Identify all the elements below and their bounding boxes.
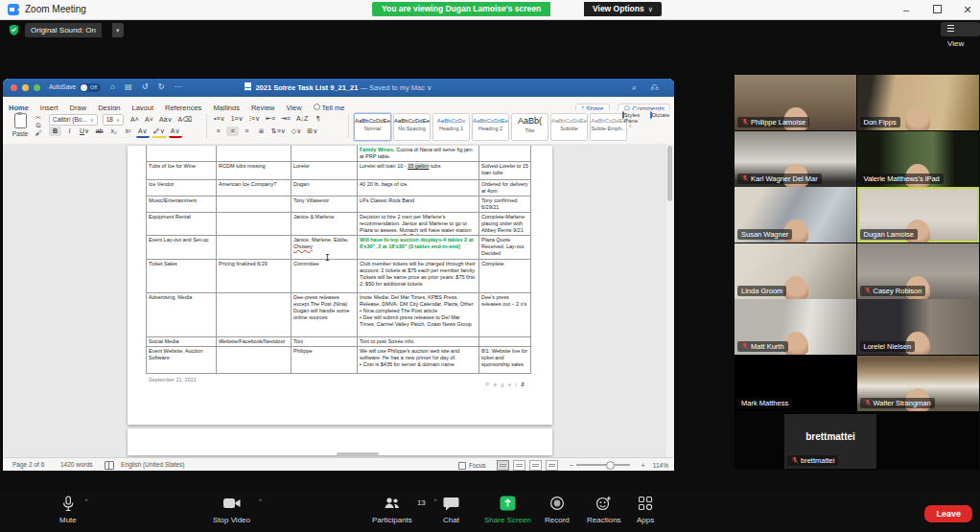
table-cell[interactable]: Complete-Marlene placing order with Abbe… — [479, 213, 531, 236]
bold-button[interactable]: B — [49, 127, 61, 136]
table-cell[interactable]: Solved-Lorelei to 15 loan tubs — [479, 162, 531, 180]
table-cell[interactable]: Family Wines, Cucina di Nana will serve … — [358, 146, 479, 162]
print-layout-view-button[interactable] — [497, 460, 509, 471]
participant-tile-brettmattei[interactable]: brettmatteibrettmattei — [784, 414, 876, 469]
chat-button[interactable]: Chat — [443, 496, 459, 524]
close-button[interactable]: ✕ — [955, 2, 980, 17]
zoom-out-button[interactable]: − — [570, 461, 574, 470]
styles-pane-button[interactable]: Styles Pane — [617, 112, 645, 141]
document-page-3[interactable] — [128, 428, 552, 455]
style-heading-1[interactable]: AaBbCcDcHeading 1 — [432, 113, 470, 141]
table-cell[interactable]: Club member tickets will be charged thro… — [358, 260, 479, 293]
reactions-button[interactable]: Reactions — [587, 496, 621, 524]
participant-tile-mark-matthess[interactable]: Mark Matthess — [735, 356, 856, 411]
font-color-button[interactable]: A∨ — [169, 127, 182, 138]
font-select[interactable]: Calibri (Bo...∨ — [49, 114, 98, 126]
original-sound-dropdown[interactable]: ▾ — [112, 23, 124, 37]
grow-font-button[interactable]: A˄ — [128, 115, 141, 125]
participant-tile-don-fipps[interactable]: Don Fipps — [857, 75, 979, 130]
text-effects-button[interactable]: A∨ — [136, 127, 150, 138]
underline-button[interactable]: U∨ — [78, 127, 91, 136]
table-cell[interactable]: Complete — [479, 260, 531, 293]
table-cell[interactable] — [479, 337, 531, 347]
table-cell[interactable]: Advertising, Media — [146, 293, 217, 337]
strikethrough-button[interactable]: ab — [93, 127, 105, 136]
table-cell[interactable]: Ticket Sales — [146, 260, 217, 293]
word-count[interactable]: 1420 words — [60, 461, 93, 468]
table-cell[interactable]: Lorelei will loan 10 - 15 gallon tubs — [358, 162, 479, 180]
align-left-button[interactable]: ≡ — [212, 127, 224, 136]
table-cell[interactable]: Ice Vendor — [146, 180, 217, 197]
table-cell[interactable] — [217, 213, 292, 236]
line-spacing-button[interactable]: ⇅≡∨ — [269, 127, 288, 136]
table-cell[interactable] — [217, 347, 292, 374]
style-title[interactable]: AaBb(Title — [511, 113, 548, 141]
gallery-view-button[interactable]: View — [941, 22, 980, 36]
participant-tile-linda-groom[interactable]: Linda Groom — [735, 243, 856, 299]
table-cell[interactable]: Dee-press releases except The Post (Nina… — [292, 293, 358, 337]
shrink-font-button[interactable]: A˅ — [143, 115, 155, 125]
participant-tile-susan-wagner[interactable]: Susan Wagner — [735, 187, 856, 243]
table-cell[interactable]: Plaza Quote Received. Lay-out Decided — [479, 236, 531, 260]
outline-view-button[interactable] — [529, 460, 542, 471]
table-cell[interactable] — [217, 146, 292, 162]
participant-tile-walter-strangman[interactable]: Walter Strangman — [857, 356, 979, 411]
language-indicator[interactable]: English (United States) — [121, 461, 184, 468]
italic-button[interactable]: I — [63, 127, 76, 136]
table-cell[interactable]: RCDM tubs missing — [217, 162, 292, 180]
table-cell[interactable]: 8/1: Website live for ticket and sponsor… — [479, 347, 531, 374]
table-cell[interactable] — [217, 293, 292, 337]
page-indicator[interactable]: Page 2 of 6 — [12, 461, 44, 468]
table-cell[interactable]: Toni — [292, 337, 358, 347]
table-cell[interactable]: Website/Facebook/Nextdoor — [217, 337, 292, 347]
table-cell[interactable]: Invite Media: Del Mar Times, KPBS Press … — [358, 293, 479, 337]
document-page-2[interactable]: Family Wines, Cucina di Nana will serve … — [128, 146, 552, 425]
table-cell[interactable]: Music/Entertainment — [146, 197, 217, 213]
table-cell[interactable] — [217, 236, 292, 260]
share-screen-button[interactable]: Share Screen — [484, 496, 531, 524]
numbering-button[interactable]: 1≡∨ — [229, 114, 245, 124]
original-sound-button[interactable]: Original Sound: On — [25, 23, 102, 37]
titlebar-search-icon[interactable]: ⌕ ☊ — [632, 82, 665, 93]
proofing-icon[interactable] — [105, 461, 114, 470]
table-cell[interactable]: Event Lay-out and Set-up — [146, 236, 217, 260]
increase-indent-button[interactable]: ⇥≡ — [279, 114, 292, 124]
participant-tile-casey-robison[interactable]: Casey Robison — [857, 243, 979, 299]
table-cell[interactable]: Ordered for delivery at 4pm — [479, 180, 531, 197]
view-options-button[interactable]: View Options∨ — [584, 2, 662, 16]
table-cell[interactable]: Pricing finalized 6/29 — [217, 260, 292, 293]
table-cell[interactable]: American Ice Company? — [217, 180, 292, 197]
table-cell[interactable]: Will have hi-top auction displays-4 tabl… — [358, 236, 479, 260]
shading-button[interactable]: ◇∨ — [290, 127, 304, 136]
minimize-button[interactable]: – — [894, 2, 919, 17]
table-cell[interactable]: Lorelei — [292, 162, 358, 180]
cut-icon[interactable]: ✂ — [35, 114, 41, 121]
table-cell[interactable] — [479, 146, 531, 162]
table-cell[interactable]: Social Media — [146, 337, 217, 347]
table-cell[interactable]: Event Website, Auction Software — [146, 347, 217, 374]
participant-tile-valerie-matthews-s-ipad[interactable]: Valerie Matthews's iPad — [857, 131, 979, 187]
subscript-button[interactable]: x₂ — [107, 127, 120, 136]
borders-button[interactable]: ⊞∨ — [305, 127, 319, 136]
chevron-up-icon[interactable]: ^ — [85, 497, 88, 504]
stop-video-button[interactable]: Stop Video^ — [213, 496, 250, 524]
chevron-up-icon[interactable]: ^ — [259, 497, 262, 504]
table-cell[interactable]: Committee — [292, 260, 358, 293]
participant-tile-philippe-lamoise[interactable]: Philippe Lamoise — [735, 75, 856, 130]
mute-button[interactable]: Mute^ — [59, 496, 77, 524]
justify-button[interactable]: ≣ — [255, 127, 268, 136]
participant-tile-karl-wagner-del-mar[interactable]: Karl Wagner Del Mar — [735, 131, 856, 187]
table-cell[interactable]: LPs Classic Rock Band — [358, 197, 479, 213]
copy-icon[interactable]: ⧉ — [36, 122, 41, 128]
table-cell[interactable]: Philippe — [292, 347, 358, 374]
maximize-button[interactable] — [924, 2, 949, 17]
table-cell[interactable]: 40 20 lb. bags of ice. — [358, 180, 479, 197]
record-button[interactable]: Record — [545, 496, 570, 524]
pilcrow-button[interactable]: ¶ — [312, 114, 324, 124]
table-cell[interactable] — [217, 197, 292, 213]
table-cell[interactable]: We will use Philippe's auction web site … — [358, 347, 479, 374]
format-painter-icon[interactable]: 🖌 — [35, 129, 42, 136]
table-cell[interactable] — [292, 146, 358, 162]
chevron-up-icon[interactable]: ^ — [434, 497, 437, 504]
table-cell[interactable]: Dee's press releases out – 2 x's — [479, 293, 531, 337]
